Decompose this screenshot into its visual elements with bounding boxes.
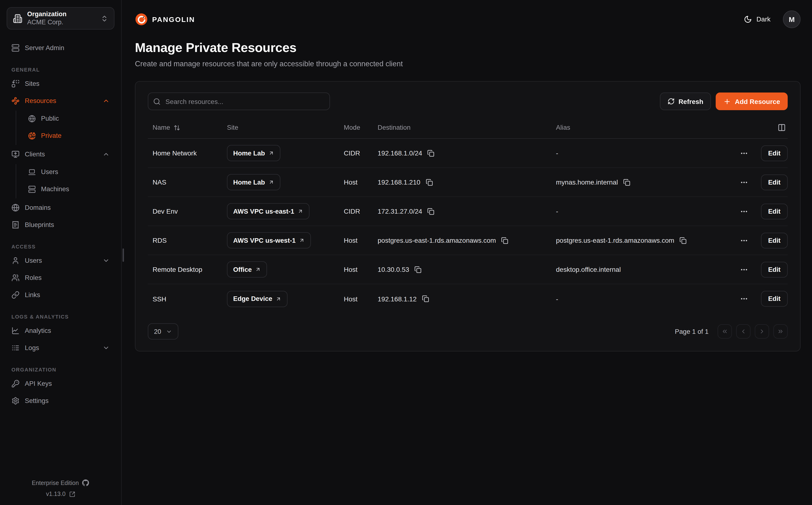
copy-destination-button[interactable] — [426, 207, 436, 216]
sidebar-item-domains[interactable]: Domains — [7, 200, 115, 215]
copy-alias-button[interactable] — [678, 236, 687, 245]
destination-cell: 192.168.1.12 — [378, 294, 556, 303]
sidebar-item-api-keys[interactable]: API Keys — [7, 376, 115, 391]
destination-value: 10.30.0.53 — [378, 266, 409, 273]
refresh-button[interactable]: Refresh — [660, 93, 711, 110]
external-link-icon — [69, 491, 75, 497]
edition-link[interactable]: Enterprise Edition — [32, 479, 89, 486]
theme-toggle[interactable]: Dark — [744, 15, 771, 23]
row-menu-button[interactable] — [738, 147, 750, 159]
search-input[interactable] — [148, 93, 330, 110]
sidebar-item-public[interactable]: Public — [23, 111, 115, 126]
copy-destination-button[interactable] — [425, 178, 434, 187]
sort-icon — [174, 124, 180, 131]
copy-destination-button[interactable] — [426, 149, 436, 158]
copy-alias-button[interactable] — [622, 178, 631, 187]
search-icon — [153, 98, 161, 105]
site-link-button[interactable]: Office — [227, 261, 267, 278]
column-header-destination: Destination — [378, 124, 556, 131]
row-menu-button[interactable] — [738, 176, 750, 188]
copy-destination-button[interactable] — [500, 236, 509, 245]
arrow-up-right-icon — [299, 237, 305, 243]
site-link-button[interactable]: AWS VPC us-east-1 — [227, 203, 310, 219]
version-link[interactable]: v1.13.0 — [46, 491, 75, 497]
sidebar-item-sites[interactable]: Sites — [7, 76, 115, 92]
edit-button[interactable]: Edit — [761, 203, 788, 219]
sidebar-item-machines[interactable]: Machines — [23, 181, 115, 197]
ellipsis-icon — [740, 207, 748, 215]
column-header-site: Site — [227, 124, 344, 131]
add-resource-button[interactable]: Add Resource — [716, 93, 788, 110]
server-icon — [11, 44, 20, 52]
destination-value: postgres.us-east-1.rds.amazonaws.com — [378, 236, 496, 244]
prev-page-button[interactable] — [736, 324, 751, 339]
alias-value: - — [556, 207, 558, 215]
waypoints-icon — [11, 97, 20, 105]
resources-card: Refresh Add Resource NameSiteModeDestina… — [135, 81, 801, 351]
site-link-label: Office — [233, 266, 252, 273]
alias-cell: postgres.us-east-1.rds.amazonaws.com — [556, 236, 733, 245]
sidebar-item-private[interactable]: Private — [23, 128, 115, 144]
chevrons-up-down-icon — [100, 15, 108, 22]
row-menu-button[interactable] — [738, 234, 750, 246]
columns-icon — [778, 124, 786, 132]
chevrons-right-icon — [777, 328, 784, 335]
edit-button[interactable]: Edit — [761, 232, 788, 248]
sidebar-section-label: ACCESS — [7, 244, 115, 249]
edit-button[interactable]: Edit — [761, 174, 788, 190]
edit-button[interactable]: Edit — [761, 291, 788, 307]
edit-button[interactable]: Edit — [761, 145, 788, 161]
column-header-name[interactable]: Name — [148, 124, 227, 131]
sidebar-item-settings[interactable]: Settings — [7, 393, 115, 409]
table-header-row: NameSiteModeDestinationAlias — [148, 117, 788, 139]
chevron-left-icon — [740, 328, 747, 335]
sidebar-item-roles[interactable]: Roles — [7, 270, 115, 286]
moon-icon — [744, 15, 752, 23]
sidebar-section-label: GENERAL — [7, 67, 115, 72]
logs-icon — [11, 344, 20, 352]
sidebar-item-links[interactable]: Links — [7, 287, 115, 303]
column-header-label: Site — [227, 124, 238, 131]
resource-name: RDS — [148, 236, 227, 244]
table-toolbar: Refresh Add Resource — [148, 93, 788, 110]
alias-value: - — [556, 149, 558, 157]
site-link-button[interactable]: Home Lab — [227, 145, 280, 161]
row-menu-button[interactable] — [738, 205, 750, 217]
site-link-label: AWS VPC us-west-1 — [233, 237, 295, 244]
sidebar-item-client-users[interactable]: Users — [23, 164, 115, 180]
org-switcher-label: Organization — [27, 10, 66, 18]
first-page-button[interactable] — [718, 324, 732, 339]
next-page-button[interactable] — [755, 324, 769, 339]
copy-destination-button[interactable] — [413, 265, 422, 274]
last-page-button[interactable] — [773, 324, 788, 339]
destination-value: 192.168.1.210 — [378, 178, 420, 186]
sidebar-item-analytics[interactable]: Analytics — [7, 323, 115, 339]
page-size-select[interactable]: 20 — [148, 323, 178, 340]
sidebar-section-label: LOGS & ANALYTICS — [7, 314, 115, 320]
mode-value: Host — [344, 266, 378, 273]
building-icon — [13, 14, 22, 23]
sidebar-nav: Server AdminGENERALSitesResourcesPublicP… — [7, 30, 115, 410]
site-link-button[interactable]: AWS VPC us-west-1 — [227, 232, 311, 248]
sidebar-item-blueprints[interactable]: Blueprints — [7, 217, 115, 233]
copy-icon — [426, 179, 433, 186]
edit-button[interactable]: Edit — [761, 262, 788, 277]
sidebar-scrollbar-thumb[interactable] — [123, 248, 124, 262]
site-link-label: Edge Device — [233, 295, 272, 302]
sidebar-item-clients[interactable]: Clients — [7, 146, 115, 162]
sidebar-subnav-clients: UsersMachines — [16, 164, 115, 198]
app-root: Organization ACME Corp. Server AdminGENE… — [0, 0, 812, 505]
copy-destination-button[interactable] — [421, 294, 430, 303]
sidebar-item-resources[interactable]: Resources — [7, 93, 115, 109]
site-link-button[interactable]: Edge Device — [227, 291, 287, 307]
row-menu-button[interactable] — [738, 293, 750, 305]
site-link-button[interactable]: Home Lab — [227, 174, 280, 190]
sidebar-item-server-admin[interactable]: Server Admin — [7, 40, 115, 56]
org-switcher[interactable]: Organization ACME Corp. — [7, 7, 115, 30]
row-menu-button[interactable] — [738, 264, 750, 276]
table-row: SSHEdge DeviceHost192.168.1.12-Edit — [148, 284, 788, 313]
sidebar-item-logs[interactable]: Logs — [7, 340, 115, 356]
columns-toggle-button[interactable] — [776, 122, 788, 134]
sidebar-item-users[interactable]: Users — [7, 253, 115, 269]
user-avatar[interactable]: M — [783, 10, 801, 28]
